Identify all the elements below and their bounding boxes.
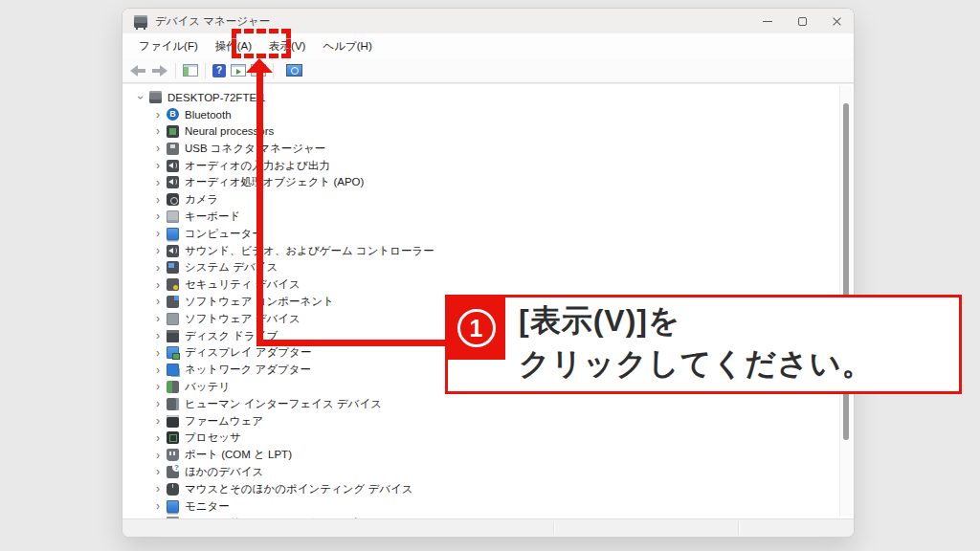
callout-box: 1 [表示(V)]を クリックしてください。 bbox=[445, 295, 962, 394]
tree-item-label: ポート (COM と LPT) bbox=[185, 448, 292, 462]
chevron-right-icon[interactable] bbox=[152, 262, 164, 274]
chevron-right-icon[interactable] bbox=[152, 415, 164, 427]
tree-item-label: サウンド、ビデオ、およびゲーム コントローラー bbox=[185, 244, 434, 258]
tree-item[interactable]: サウンド、ビデオ、およびゲーム コントローラー bbox=[122, 242, 854, 259]
chevron-right-icon[interactable] bbox=[152, 279, 164, 291]
tree-item-label: プロセッサ bbox=[185, 430, 241, 445]
tree-item[interactable]: オーディオ処理オブジェクト (APO) bbox=[122, 174, 854, 191]
chevron-right-icon[interactable] bbox=[152, 483, 164, 495]
chevron-right-icon[interactable] bbox=[152, 296, 164, 307]
tree-item[interactable]: システム デバイス bbox=[122, 259, 854, 276]
window-title: デバイス マネージャー bbox=[155, 14, 270, 29]
tree-item[interactable]: カメラ bbox=[122, 191, 854, 209]
desktop-background: デバイス マネージャー ファイル(F) 操作(A) 表示(V) ヘルプ(H) bbox=[0, 0, 980, 551]
tree-root-row[interactable]: DESKTOP-72FTEI1 bbox=[122, 89, 854, 106]
tree-item[interactable]: ほかのデバイス bbox=[122, 464, 854, 481]
tree-item[interactable]: ヒューマン インターフェイス デバイス bbox=[122, 395, 854, 412]
step-number: 1 bbox=[457, 309, 496, 347]
ports-icon bbox=[167, 449, 179, 461]
chevron-right-icon[interactable] bbox=[152, 228, 164, 239]
tree-item[interactable]: マウスとそのほかのポインティング デバイス bbox=[122, 480, 854, 497]
tree-item-label: ソフトウェア デバイス bbox=[185, 312, 301, 326]
other-devices-icon bbox=[167, 466, 179, 478]
tree-item[interactable]: ポート (COM と LPT) bbox=[122, 447, 854, 464]
tree-item[interactable]: ファームウェア bbox=[122, 412, 854, 430]
minimize-button[interactable] bbox=[750, 9, 785, 33]
camera-icon bbox=[167, 193, 179, 206]
chevron-right-icon[interactable] bbox=[152, 347, 164, 359]
forward-icon[interactable] bbox=[151, 63, 168, 78]
sound-video-game-icon bbox=[167, 245, 179, 257]
security-devices-icon bbox=[167, 278, 179, 291]
tree-item-label: カメラ bbox=[185, 192, 218, 207]
show-console-tree-icon[interactable] bbox=[183, 64, 198, 77]
tree-item[interactable]: モニター bbox=[122, 497, 854, 515]
chevron-right-icon[interactable] bbox=[152, 398, 164, 409]
network-adapter-icon bbox=[167, 364, 179, 376]
properties-icon[interactable] bbox=[231, 64, 246, 77]
devices-search-icon[interactable] bbox=[286, 64, 302, 77]
tree-item-label: USB コネクタ マネージャー bbox=[185, 142, 325, 156]
tree-item-label: ファームウェア bbox=[185, 414, 263, 429]
chevron-right-icon[interactable] bbox=[152, 245, 164, 256]
chevron-down-icon[interactable] bbox=[135, 92, 146, 103]
tree-item[interactable]: キーボード bbox=[122, 209, 854, 226]
annotation-line-vertical bbox=[256, 71, 263, 346]
chevron-right-icon[interactable] bbox=[152, 160, 164, 171]
help-icon[interactable] bbox=[212, 64, 226, 77]
tree-item[interactable]: オーディオの入力および出力 bbox=[122, 157, 854, 174]
chevron-right-icon[interactable] bbox=[152, 330, 164, 342]
back-icon[interactable] bbox=[129, 63, 146, 78]
chevron-right-icon[interactable] bbox=[152, 194, 164, 206]
chevron-right-icon[interactable] bbox=[152, 143, 164, 154]
callout-line2: クリックしてください。 bbox=[519, 342, 874, 386]
tree-root-label: DESKTOP-72FTEI1 bbox=[167, 92, 266, 103]
tree-item-label: コンピューター bbox=[185, 227, 263, 241]
tree-item-label: マウスとそのほかのポインティング デバイス bbox=[185, 482, 413, 496]
close-icon bbox=[832, 16, 842, 27]
chevron-right-icon[interactable] bbox=[152, 125, 164, 137]
tree-item-label: Bluetooth bbox=[185, 109, 232, 121]
menu-file[interactable]: ファイル(F) bbox=[130, 35, 207, 57]
chevron-right-icon[interactable] bbox=[152, 109, 164, 121]
mouse-icon bbox=[167, 483, 179, 496]
maximize-button[interactable] bbox=[785, 9, 819, 33]
status-bar bbox=[122, 518, 854, 537]
annotation-line-horizontal bbox=[256, 340, 446, 346]
tree-item[interactable]: Bluetooth bbox=[122, 106, 854, 123]
toolbar-separator bbox=[273, 63, 274, 78]
tree-item-label: モニター bbox=[185, 499, 230, 514]
chevron-right-icon[interactable] bbox=[152, 450, 164, 461]
tree-item[interactable]: コンピューター bbox=[122, 225, 854, 242]
tree-item[interactable]: Neural processors bbox=[122, 123, 854, 141]
chevron-right-icon[interactable] bbox=[152, 500, 164, 512]
battery-icon bbox=[167, 381, 179, 393]
callout-line1: [表示(V)]を bbox=[519, 299, 874, 342]
tree-item[interactable]: プロセッサ bbox=[122, 430, 854, 447]
close-button[interactable] bbox=[819, 9, 854, 33]
statusbar-separator bbox=[553, 521, 554, 535]
chevron-right-icon[interactable] bbox=[152, 313, 164, 324]
software-devices-icon bbox=[167, 313, 179, 325]
tree-item[interactable]: セキュリティ デバイス bbox=[122, 276, 854, 294]
chevron-right-icon[interactable] bbox=[152, 432, 164, 444]
bluetooth-icon bbox=[167, 108, 179, 121]
chevron-right-icon[interactable] bbox=[152, 381, 164, 392]
tree-item-label: ネットワーク アダプター bbox=[185, 363, 311, 377]
tree-item[interactable]: USB コネクタ マネージャー bbox=[122, 140, 854, 157]
chevron-right-icon[interactable] bbox=[152, 177, 164, 188]
monitor-icon bbox=[167, 500, 179, 513]
callout-step-badge: 1 bbox=[447, 297, 505, 360]
device-manager-window: デバイス マネージャー ファイル(F) 操作(A) 表示(V) ヘルプ(H) bbox=[122, 8, 855, 538]
computer-icon bbox=[167, 228, 179, 240]
chevron-right-icon[interactable] bbox=[152, 210, 164, 222]
tree-item-label: バッテリ bbox=[185, 380, 230, 394]
tree-item-label: ヒューマン インターフェイス デバイス bbox=[185, 397, 382, 411]
tree-item-label: システム デバイス bbox=[185, 260, 278, 275]
disk-drive-icon bbox=[167, 330, 179, 342]
chevron-right-icon[interactable] bbox=[152, 364, 164, 376]
audio-endpoint-icon bbox=[167, 160, 179, 172]
menu-help[interactable]: ヘルプ(H) bbox=[314, 35, 380, 57]
chevron-right-icon[interactable] bbox=[152, 466, 164, 477]
tree-item-label: キーボード bbox=[185, 209, 240, 224]
